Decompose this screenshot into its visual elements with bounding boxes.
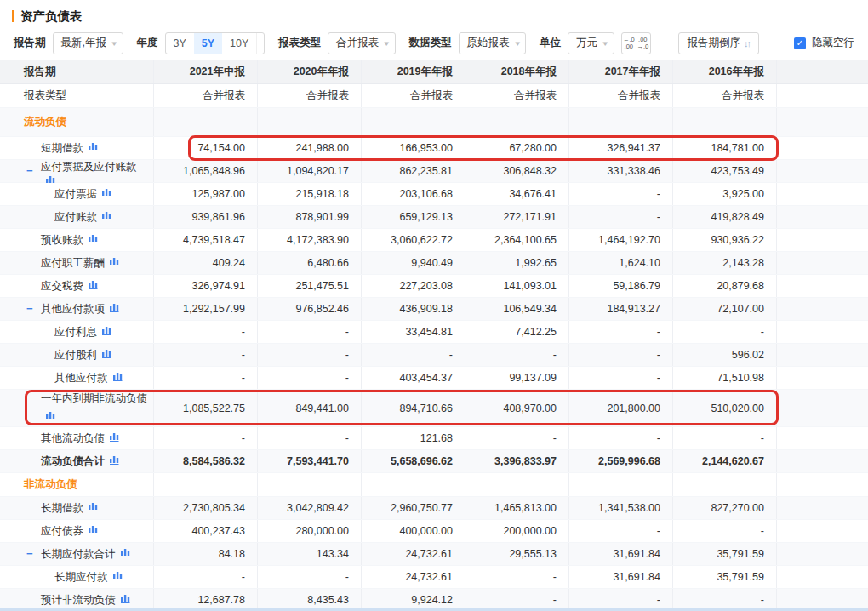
value-cell: 6,480.66 [257, 252, 361, 274]
value-cell: 203,106.68 [361, 183, 465, 205]
value-cell: - [257, 427, 361, 449]
bar-chart-icon[interactable] [110, 302, 120, 317]
report-period-select[interactable]: 最新,年报 ▾ [53, 32, 123, 54]
unit-select[interactable]: 万元 ▾ [568, 32, 614, 54]
value-cell: 7,593,441.70 [257, 450, 361, 472]
filler-cell [776, 344, 868, 366]
filler-cell [776, 160, 868, 182]
bar-chart-icon[interactable] [121, 547, 131, 562]
header-column-cell: 2017年年报 [568, 60, 672, 83]
bar-chart-icon[interactable] [89, 141, 99, 156]
table-row: −其他应付款项1,292,157.99976,852.46436,909.181… [0, 298, 868, 321]
bar-chart-icon[interactable] [110, 256, 120, 271]
bar-chart-icon[interactable] [89, 279, 99, 294]
value-cell [465, 473, 568, 496]
sort-order-button[interactable]: 报告期倒序 ↓↑ [678, 32, 760, 54]
range-3y-button[interactable]: 3Y [166, 33, 194, 54]
bar-chart-icon[interactable] [121, 593, 131, 608]
bar-chart-icon[interactable] [89, 233, 99, 248]
row-label-cell: 流动负债合计 [0, 450, 153, 472]
sort-order-label: 报告期倒序 [688, 36, 741, 50]
value-cell: - [568, 520, 672, 542]
row-label: 其他应付款 [54, 371, 108, 385]
value-cell: 141,093.01 [465, 275, 568, 297]
value-cell: 合并报表 [465, 84, 568, 107]
value-cell: 2,569,996.68 [568, 450, 672, 472]
bar-chart-icon[interactable] [110, 454, 120, 469]
value-cell: 2,143.28 [672, 252, 776, 274]
value-cell: 106,549.34 [465, 298, 568, 320]
value-cell: 31,691.84 [568, 566, 672, 588]
data-type-label: 数据类型 [409, 36, 452, 50]
row-label: 应付票据 [54, 187, 97, 202]
value-cell: 3,925.00 [672, 183, 776, 205]
chevron-down-icon: ▾ [111, 39, 117, 48]
report-type-select[interactable]: 合并报表 ▾ [328, 32, 396, 54]
filler-cell [776, 137, 868, 159]
row-label: 预收账款 [41, 233, 83, 248]
value-cell: 3,396,833.97 [465, 450, 568, 472]
row-label: 长期借款 [41, 501, 83, 516]
range-10y-button[interactable]: 10Y [222, 33, 256, 54]
value-cell: 33,454.81 [361, 321, 465, 343]
row-label-cell: −其他应付款项 [0, 298, 153, 320]
value-cell: 34,676.41 [465, 183, 568, 205]
value-cell: 125,987.00 [153, 183, 257, 205]
filler-cell [776, 275, 868, 297]
table-row: 短期借款74,154.00241,988.00166,953.0067,280.… [0, 137, 868, 160]
filler-cell [776, 497, 868, 519]
data-type-select[interactable]: 原始报表 ▾ [459, 32, 527, 54]
value-cell: - [257, 566, 361, 588]
table-row: 应付职工薪酬409.246,480.669,940.491,992.651,62… [0, 252, 868, 275]
chevron-down-icon: ▾ [515, 39, 520, 48]
bar-chart-icon[interactable] [89, 524, 99, 539]
row-label: 其他流动负债 [41, 431, 105, 446]
section-title: 非流动负债 [24, 477, 77, 492]
range-5y-button[interactable]: 5Y [194, 33, 222, 54]
filler-cell [776, 367, 868, 389]
bar-chart-icon[interactable] [89, 501, 99, 516]
value-cell: - [153, 427, 257, 449]
value-cell: 合并报表 [153, 84, 257, 107]
value-cell: 1,465,813.00 [465, 497, 568, 519]
value-cell [672, 108, 776, 136]
bar-chart-icon[interactable] [113, 371, 123, 385]
value-cell: 8,584,586.32 [153, 450, 257, 472]
bar-chart-icon[interactable] [102, 187, 112, 202]
table-row: 长期借款2,730,805.343,042,809.422,960,750.77… [0, 497, 868, 520]
value-cell: 1,624.10 [568, 252, 672, 274]
hide-empty-rows-toggle[interactable]: ✓ 隐藏空行 [794, 36, 854, 50]
year-label: 年度 [137, 36, 158, 50]
row-label-cell: 短期借款 [0, 137, 153, 159]
increase-decimal-button[interactable]: .00 →.0 [636, 35, 649, 52]
bar-chart-icon[interactable] [113, 570, 123, 585]
decrease-decimal-button[interactable]: ←.0 .00 [622, 35, 636, 52]
value-cell: 939,861.96 [153, 206, 257, 228]
collapse-toggle-icon[interactable]: − [26, 163, 33, 179]
value-cell: 2,364,100.65 [465, 229, 568, 251]
table-row: 其他应付款--403,454.3799,137.09-71,510.98 [0, 367, 868, 390]
row-label-cell: 应付账款 [0, 206, 153, 228]
checkbox-checked-icon: ✓ [794, 37, 806, 49]
collapse-toggle-icon[interactable]: − [26, 546, 33, 562]
bar-chart-icon[interactable] [102, 325, 112, 340]
bar-chart-icon[interactable] [102, 210, 112, 225]
row-label-cell: 应付票据 [0, 183, 153, 205]
value-cell: 215,918.18 [257, 183, 361, 205]
section-title: 流动负债 [24, 115, 66, 129]
row-label-cell: 应付利息 [0, 321, 153, 343]
filler-cell [776, 390, 868, 426]
table-row: 应付债券400,237.43280,000.00400,000.00200,00… [0, 520, 868, 543]
hide-empty-rows-label: 隐藏空行 [812, 36, 854, 50]
value-cell: 2,960,750.77 [361, 497, 465, 519]
bar-chart-icon[interactable] [46, 410, 56, 425]
range-start-input[interactable]: 起始 [264, 36, 265, 50]
bar-chart-icon[interactable] [102, 348, 112, 363]
table-row: −应付票据及应付账款1,065,848.961,094,820.17862,23… [0, 160, 868, 183]
collapse-toggle-icon[interactable]: − [26, 301, 33, 317]
value-cell: 1,341,538.00 [568, 497, 672, 519]
bar-chart-icon[interactable] [110, 431, 120, 446]
section-row: 流动负债 [0, 108, 868, 137]
value-cell: 409.24 [153, 252, 257, 274]
value-cell: 400,000.00 [361, 520, 465, 542]
